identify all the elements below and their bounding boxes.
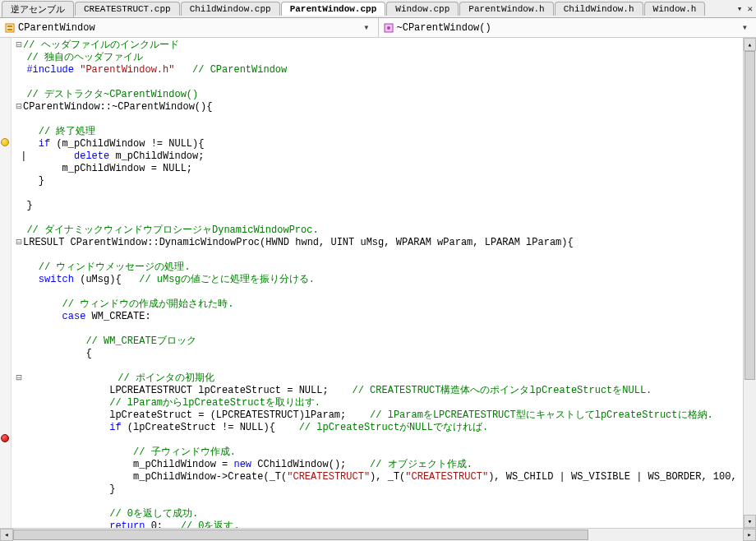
tab-createstruct-cpp[interactable]: CREATESTRUCT.cpp xyxy=(75,2,180,16)
tab-parentwindow-h[interactable]: ParentWindow.h xyxy=(459,2,553,16)
tabs-controls: ▾ ✕ xyxy=(737,3,756,14)
scroll-up-icon[interactable]: ▴ xyxy=(744,38,756,51)
svg-point-4 xyxy=(387,26,390,30)
tab-parentwindow-cpp[interactable]: ParentWindow.cpp xyxy=(281,2,386,16)
tab-disassembly[interactable]: 逆アセンブル xyxy=(2,1,74,17)
tab-childwindow-cpp[interactable]: ChildWindow.cpp xyxy=(181,2,280,16)
svg-rect-2 xyxy=(7,29,12,30)
svg-rect-0 xyxy=(6,24,14,32)
hscroll-track[interactable] xyxy=(13,529,743,541)
fold-minus-icon[interactable]: ⊟ xyxy=(15,237,23,249)
class-icon xyxy=(5,23,15,33)
scope-dropdown[interactable]: CParentWindow ▾ xyxy=(0,18,379,37)
vertical-scrollbar[interactable]: ▴ ▾ xyxy=(743,38,756,528)
tab-childwindow-h[interactable]: ChildWindow.h xyxy=(555,2,643,16)
nav-bar: CParentWindow ▾ ~CParentWindow() ▾ xyxy=(0,18,756,38)
tabs-bar: 逆アセンブル CREATESTRUCT.cpp ChildWindow.cpp … xyxy=(0,0,756,18)
scroll-thumb[interactable] xyxy=(744,51,755,380)
breakpoint-marker[interactable] xyxy=(1,434,9,442)
member-dropdown[interactable]: ~CParentWindow() ▾ xyxy=(379,18,757,37)
hscroll-thumb[interactable] xyxy=(13,529,588,540)
svg-rect-1 xyxy=(7,25,12,27)
tab-window-cpp[interactable]: Window.cpp xyxy=(386,2,459,16)
fold-minus-icon[interactable]: ⊟ xyxy=(15,372,23,385)
fold-minus-icon[interactable]: ⊟ xyxy=(15,101,23,113)
tab-close-icon[interactable]: ✕ xyxy=(747,3,753,14)
tab-window-h[interactable]: Window.h xyxy=(644,2,706,16)
fold-minus-icon[interactable]: ⊟ xyxy=(15,39,23,52)
editor-area: ⊟// ヘッダファイルのインクルード // 独自のヘッダファイル #includ… xyxy=(0,38,756,528)
scroll-right-icon[interactable]: ▸ xyxy=(743,529,756,541)
chevron-down-icon[interactable]: ▾ xyxy=(360,21,372,34)
member-label: ~CParentWindow() xyxy=(397,22,739,34)
method-icon xyxy=(384,23,394,33)
code-editor[interactable]: ⊟// ヘッダファイルのインクルード // 独自のヘッダファイル #includ… xyxy=(12,38,743,528)
tab-overflow-icon[interactable]: ▾ xyxy=(737,3,743,14)
scroll-down-icon[interactable]: ▾ xyxy=(744,515,756,528)
scroll-left-icon[interactable]: ◂ xyxy=(0,529,13,541)
horizontal-scrollbar[interactable]: ◂ ▸ xyxy=(0,528,756,541)
breakpoint-gutter[interactable] xyxy=(0,38,12,528)
chevron-down-icon[interactable]: ▾ xyxy=(739,21,751,34)
breakpoint-marker-warning[interactable] xyxy=(1,138,9,146)
scope-label: CParentWindow xyxy=(18,22,360,34)
